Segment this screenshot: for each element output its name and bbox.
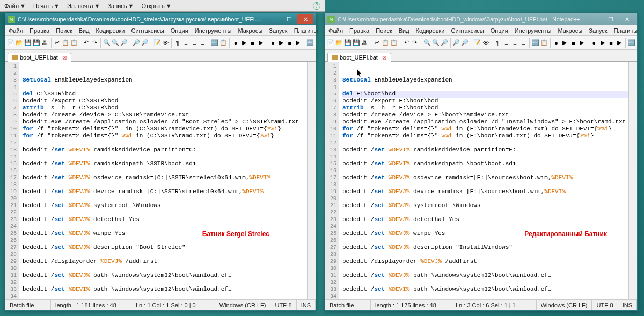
toolbar-button[interactable]: ▶ <box>616 38 623 48</box>
toolbar-button[interactable]: ● <box>232 38 239 48</box>
minimize-button[interactable]: — <box>265 14 281 24</box>
tab-close-icon[interactable]: ⊠ <box>62 55 67 61</box>
toolbar-button[interactable]: 🔎 <box>452 38 460 48</box>
file-tab[interactable]: boot_UEFI.bat ⊠ <box>8 53 71 62</box>
toolbar-button[interactable]: 🔎 <box>133 38 140 48</box>
toolbar-button[interactable]: 🔎 <box>441 38 448 48</box>
sysmenu-record[interactable]: Запись ▼ <box>107 3 134 9</box>
toolbar-button[interactable]: ↶ <box>83 38 90 48</box>
file-tab[interactable]: boot_UEFI.bat ⊠ <box>327 53 391 62</box>
toolbar-button[interactable]: 👁 <box>162 38 170 48</box>
menu-options[interactable]: Опции <box>489 26 509 35</box>
toolbar-button[interactable]: ● <box>269 38 277 48</box>
toolbar-button[interactable]: 📄 <box>7 38 14 48</box>
toolbar-button[interactable]: ↷ <box>411 38 419 48</box>
toolbar-button[interactable]: ■ <box>608 38 615 48</box>
toolbar-button[interactable]: 📋 <box>62 38 69 48</box>
toolbar-button[interactable]: 💾 <box>24 38 32 48</box>
toolbar-button[interactable]: ≡ <box>199 38 207 48</box>
maximize-button[interactable]: ☐ <box>603 14 619 24</box>
toolbar-button[interactable]: ↶ <box>402 38 410 48</box>
toolbar-button[interactable]: 🖶 <box>361 38 369 48</box>
toolbar-button[interactable]: 🔍 <box>112 38 119 48</box>
toolbar-button[interactable]: ■ <box>249 38 257 48</box>
toolbar-button[interactable]: 👁 <box>482 38 489 48</box>
toolbar-button[interactable]: 📋 <box>70 38 78 48</box>
toolbar-button[interactable]: 📝 <box>153 38 161 48</box>
menu-plugins[interactable]: Плагины <box>293 26 319 35</box>
menu-syntax[interactable]: Синтаксисы <box>130 26 165 35</box>
vertical-scrollbar[interactable] <box>307 62 316 299</box>
toolbar-button[interactable]: 🔤 <box>306 38 314 48</box>
menu-options[interactable]: Опции <box>170 26 189 35</box>
close-button[interactable]: ✕ <box>619 14 635 24</box>
menu-run[interactable]: Запуск <box>268 26 288 35</box>
toolbar-button[interactable]: 📋 <box>382 38 389 48</box>
menu-edit[interactable]: Правка <box>28 26 50 35</box>
toolbar-button[interactable]: ▶ <box>277 38 285 48</box>
toolbar-button[interactable]: 🔤 <box>628 38 635 48</box>
toolbar-button[interactable]: 🔎 <box>461 38 469 48</box>
toolbar-button[interactable]: ● <box>553 38 560 48</box>
toolbar-button[interactable]: ▶ <box>257 38 265 48</box>
vertical-scrollbar[interactable] <box>628 62 637 299</box>
toolbar-button[interactable]: ≡ <box>519 38 527 48</box>
sysmenu-mail[interactable]: Эл. почта ▼ <box>67 3 100 9</box>
menu-encoding[interactable]: Кодировки <box>95 26 126 35</box>
menu-tools[interactable]: Инструменты <box>194 26 233 35</box>
menu-run[interactable]: Запуск <box>588 26 608 35</box>
toolbar-button[interactable]: 💾 <box>344 38 352 48</box>
close-button[interactable]: ✕ <box>297 14 313 24</box>
toolbar-button[interactable]: 🔤 <box>532 38 539 48</box>
menu-tools[interactable]: Инструменты <box>514 26 553 35</box>
toolbar-button[interactable]: 🖶 <box>41 38 49 48</box>
toolbar-button[interactable]: ● <box>590 38 598 48</box>
editor-area[interactable]: 1234567891011121314151617181920212223242… <box>5 62 316 299</box>
toolbar-button[interactable]: 🔍 <box>423 38 431 48</box>
menu-macros[interactable]: Макросы <box>237 26 264 35</box>
toolbar-button[interactable]: 🔍 <box>432 38 440 48</box>
minimize-button[interactable]: — <box>587 14 603 24</box>
toolbar-button[interactable]: 💾 <box>33 38 40 48</box>
toolbar-button[interactable]: ▶ <box>599 38 606 48</box>
menu-edit[interactable]: Правка <box>348 26 370 35</box>
sysmenu-open[interactable]: Открыть ▼ <box>141 3 171 9</box>
toolbar-button[interactable]: 🔤 <box>211 38 218 48</box>
toolbar-button[interactable]: 📂 <box>335 38 343 48</box>
code-content[interactable]: SetLocal EnableDelayedExpansion del C:\S… <box>19 62 307 299</box>
toolbar-button[interactable]: 🔎 <box>141 38 149 48</box>
toolbar-button[interactable]: ↷ <box>91 38 99 48</box>
maximize-button[interactable]: ☐ <box>281 14 297 24</box>
menu-file[interactable]: Файл <box>327 26 344 35</box>
toolbar-button[interactable]: 📄 <box>327 38 334 48</box>
help-icon[interactable]: ? <box>313 2 320 10</box>
titlebar-left[interactable]: N C:\Users\robotsuperdashka\Downloads\bo… <box>5 13 316 25</box>
toolbar-button[interactable]: 💾 <box>353 38 360 48</box>
toolbar-button[interactable]: ✂ <box>374 38 381 48</box>
editor-area[interactable]: 1234567891011121314151617181920212223242… <box>325 62 637 299</box>
toolbar-button[interactable]: ▶ <box>561 38 569 48</box>
menu-file[interactable]: Файл <box>8 26 24 35</box>
toolbar-button[interactable]: 🔍 <box>103 38 111 48</box>
toolbar-button[interactable]: ▶ <box>578 38 586 48</box>
menu-view[interactable]: Вид <box>78 26 91 35</box>
toolbar-button[interactable]: ▶ <box>240 38 248 48</box>
sysmenu-file[interactable]: Файл ▼ <box>4 3 26 9</box>
menu-macros[interactable]: Макросы <box>557 26 583 35</box>
toolbar-button[interactable]: ≡ <box>511 38 519 48</box>
menu-search[interactable]: Поиск <box>375 26 393 35</box>
code-content[interactable]: SetLocal EnableDelayedExpansion del E:\b… <box>339 62 628 299</box>
toolbar-button[interactable]: ≡ <box>191 38 198 48</box>
menu-search[interactable]: Поиск <box>55 26 73 35</box>
menu-syntax[interactable]: Синтаксисы <box>450 26 485 35</box>
toolbar-button[interactable]: 📝 <box>473 38 481 48</box>
toolbar-button[interactable]: ■ <box>569 38 577 48</box>
menu-plugins[interactable]: Плагины <box>613 26 639 35</box>
toolbar-button[interactable]: 📋 <box>390 38 398 48</box>
toolbar-button[interactable]: ≡ <box>503 38 510 48</box>
titlebar-right[interactable]: N C:\Users\robotsuperdashka\Downloads\bo… <box>325 13 637 25</box>
toolbar-button[interactable]: ¶ <box>174 38 181 48</box>
toolbar-button[interactable]: ≡ <box>182 38 190 48</box>
menu-view[interactable]: Вид <box>398 26 411 35</box>
toolbar-button[interactable]: 📋 <box>540 38 548 48</box>
